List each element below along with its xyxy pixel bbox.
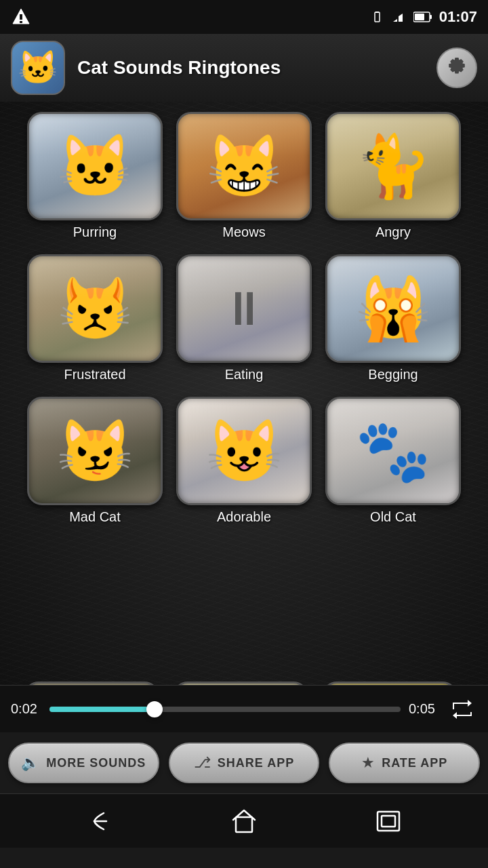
star-icon: ★ [361, 754, 375, 772]
svg-rect-3 [375, 12, 380, 22]
recents-button[interactable] [365, 804, 412, 838]
status-bar: 01:07 [0, 0, 488, 34]
progress-thumb[interactable] [146, 701, 163, 717]
sound-label-eating: Eating [225, 367, 264, 382]
sound-item-angry[interactable]: Angry [322, 112, 464, 248]
repeat-button[interactable] [447, 694, 477, 724]
nav-bar [0, 793, 488, 848]
status-icons: 01:07 [373, 8, 477, 26]
sound-item-adorable[interactable]: Adorable [173, 397, 315, 532]
app-icon: 🐱 [11, 41, 65, 95]
sound-thumb-frustrated[interactable] [27, 254, 163, 363]
sound-item-begging[interactable]: Begging [322, 254, 464, 390]
sound-label-meows: Meows [222, 224, 265, 240]
svg-rect-10 [236, 817, 252, 832]
back-button[interactable] [76, 804, 123, 838]
current-time: 0:02 [11, 701, 41, 717]
bottom-buttons: 🔈 MORE SOUNDS ⎇ SHARE APP ★ RATE APP [0, 732, 488, 793]
svg-marker-5 [393, 19, 397, 22]
svg-rect-9 [415, 14, 424, 20]
sound-thumb-begging[interactable] [325, 254, 461, 363]
sound-label-adorable: Adorable [217, 509, 271, 525]
sound-item-eating[interactable]: Eating [173, 254, 315, 390]
sound-thumb-angry[interactable] [325, 112, 461, 220]
header: 🐱 Cat Sounds Ringtones [0, 34, 488, 102]
sound-item-purring[interactable]: Purring [24, 112, 166, 248]
more-sounds-label: MORE SOUNDS [46, 756, 146, 770]
home-button[interactable] [220, 804, 268, 838]
sound-label-begging: Begging [368, 367, 418, 382]
sound-label-purring: Purring [73, 224, 117, 240]
sound-label-angry: Angry [375, 224, 411, 240]
sound-thumb-eating[interactable] [176, 254, 312, 363]
sound-thumb-adorable[interactable] [176, 397, 312, 505]
more-sounds-button[interactable]: 🔈 MORE SOUNDS [8, 743, 159, 783]
sound-thumb-mad-cat[interactable] [27, 397, 163, 505]
svg-rect-12 [382, 816, 395, 827]
player-bar: 0:02 0:05 [0, 685, 488, 732]
sound-item-mad-cat[interactable]: Mad Cat [24, 397, 166, 532]
rate-app-label: RATE APP [382, 756, 447, 770]
progress-fill [49, 707, 155, 712]
status-time: 01:07 [439, 8, 477, 26]
rate-app-button[interactable]: ★ RATE APP [329, 743, 480, 783]
total-time: 0:05 [409, 701, 439, 717]
sound-thumb-meows[interactable] [176, 112, 312, 220]
sound-label-old-cat: Old Cat [370, 509, 416, 525]
svg-rect-4 [375, 12, 379, 13]
sound-label-frustrated: Frustrated [64, 367, 125, 382]
share-icon: ⎇ [194, 754, 211, 772]
app-logo-icon [11, 7, 31, 27]
sound-thumb-old-cat[interactable] [325, 397, 461, 505]
app-title: Cat Sounds Ringtones [77, 57, 281, 79]
speaker-icon: 🔈 [21, 754, 39, 772]
sound-item-frustrated[interactable]: Frustrated [24, 254, 166, 390]
svg-rect-1 [20, 14, 22, 20]
sound-thumb-purring[interactable] [27, 112, 163, 220]
sounds-grid: Purring Meows Angry Frustrated Eating Be… [11, 108, 477, 675]
svg-rect-8 [430, 15, 432, 19]
main-content: Purring Meows Angry Frustrated Eating Be… [0, 102, 488, 685]
share-app-button[interactable]: ⎇ SHARE APP [169, 743, 320, 783]
svg-marker-6 [399, 14, 403, 22]
sound-item-old-cat[interactable]: Old Cat [322, 397, 464, 532]
settings-button[interactable] [436, 47, 477, 88]
share-app-label: SHARE APP [218, 756, 294, 770]
svg-rect-2 [20, 21, 22, 23]
sound-label-mad-cat: Mad Cat [69, 509, 121, 525]
progress-bar[interactable] [49, 707, 401, 712]
sound-item-meows[interactable]: Meows [173, 112, 315, 248]
